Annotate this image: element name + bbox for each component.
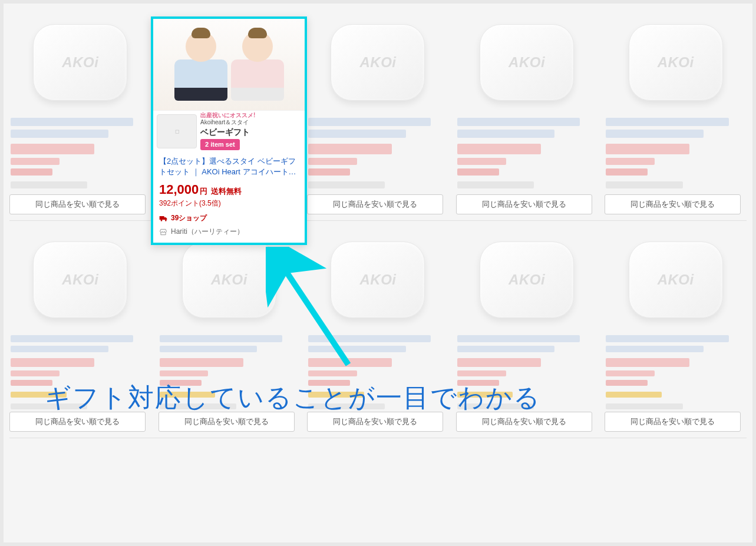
same-product-button[interactable]: 同じ商品を安い順で見る [307,412,443,432]
product-card[interactable]: AKOi 同じ商品を安い順で見る [9,227,151,432]
product-price: 12,000 [159,182,199,197]
item-set-badge: 2 item set [200,139,240,150]
product-thumb: AKOi [307,9,449,115]
featured-product-card[interactable]: ◻ 出産祝いにオススメ! Akoiheart＆スタイ ベビーギフト 2 item… [151,16,307,245]
banner-subtitle: Akoiheart＆スタイ [200,119,301,126]
device-placeholder: AKOi [33,24,127,101]
free-shipping-label: 送料無料 [211,187,242,196]
product-row: AKOi 同じ商品を安い順で見る AKOi 同じ商品を安い順で見る AKOi 同… [9,227,747,438]
svg-point-1 [165,220,167,221]
banner-recommend: 出産祝いにオススメ! [200,112,301,119]
same-product-button[interactable]: 同じ商品を安い順で見る [307,194,443,214]
shop-badge: 39ショップ [171,213,207,223]
product-card[interactable]: AKOi 同じ商品を安い順で見る [9,9,151,214]
same-product-button[interactable]: 同じ商品を安い順で見る [605,412,741,432]
blurred-info [9,115,151,192]
svg-point-0 [161,220,163,221]
featured-image: ◻ 出産祝いにオススメ! Akoiheart＆スタイ ベビーギフト 2 item… [153,19,305,151]
gift-thumb: ◻ [157,114,197,148]
same-product-button[interactable]: 同じ商品を安い順で見る [9,194,146,214]
product-card[interactable]: AKOi 同じ商品を安い順で見る [456,9,598,214]
device-placeholder: AKOi [331,24,425,101]
store-icon [159,228,167,236]
product-card[interactable]: AKOi 同じ商品を安い順で見る [307,9,449,214]
product-card[interactable]: AKOi 同じ商品を安い順で見る [605,227,747,432]
product-grid-viewport: AKOi 同じ商品を安い順で見る AKOi 同じ商品を安い順で見る AKOi 同… [4,4,752,542]
product-title-link[interactable]: 【2点セット】選べるスタイ ベビーギフトセット ｜ AKOi Heart アコイ… [159,156,299,177]
same-product-button[interactable]: 同じ商品を安い順で見る [605,194,741,214]
product-card[interactable]: AKOi 同じ商品を安い順で見る [159,227,301,432]
product-card[interactable]: AKOi 同じ商品を安い順で見る [605,9,747,214]
product-card[interactable]: AKOi 同じ商品を安い順で見る [307,227,449,432]
same-product-button[interactable]: 同じ商品を安い順で見る [159,412,295,432]
product-row: AKOi 同じ商品を安い順で見る AKOi 同じ商品を安い順で見る AKOi 同… [9,9,747,221]
yen-label: 円 [200,187,207,196]
same-product-button[interactable]: 同じ商品を安い順で見る [9,412,146,432]
same-product-button[interactable]: 同じ商品を安い順で見る [456,412,592,432]
product-card[interactable]: AKOi 同じ商品を安い順で見る [456,227,598,432]
banner-title: ベビーギフト [200,127,301,137]
seller-name[interactable]: Hariti（ハーリティー） [171,227,244,237]
blurred-info [307,115,449,192]
same-product-button[interactable]: 同じ商品を安い順で見る [456,194,592,214]
product-thumb: AKOi [9,9,151,115]
points-label: 392ポイント(3.5倍) [159,198,299,209]
truck-icon [159,215,169,222]
